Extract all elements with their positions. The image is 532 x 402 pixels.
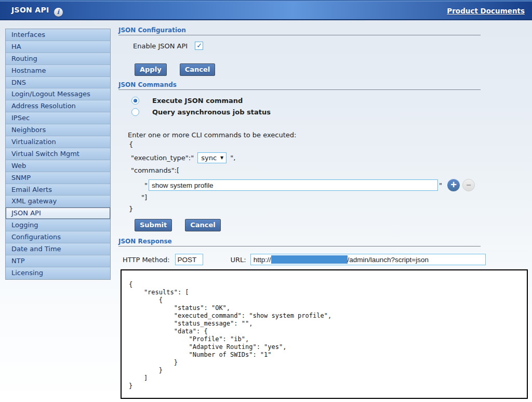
url-prefix: http:// <box>254 256 271 264</box>
http-method-input[interactable] <box>175 254 203 265</box>
sidebar-item-xml-gateway[interactable]: XML gateway <box>6 196 110 208</box>
commands-key: "commands":[ <box>131 166 179 174</box>
add-command-button[interactable] <box>447 179 460 191</box>
execute-command-radio-row: Execute JSON command <box>131 97 243 105</box>
execution-type-key: "execution_type":" <box>131 154 194 162</box>
chevron-down-icon: ▼ <box>220 156 223 160</box>
product-documents-link[interactable]: Product Documents <box>447 7 525 15</box>
json-brace-open: { <box>129 140 133 148</box>
execute-json-command-radio[interactable] <box>131 97 139 105</box>
execute-json-command-label[interactable]: Execute JSON command <box>152 97 243 105</box>
section-divider <box>118 35 481 35</box>
http-method-url-row: HTTP Method: URL: http:///admin/launch?s… <box>123 254 486 265</box>
sidebar-item-licensing[interactable]: Licensing <box>6 267 110 279</box>
execution-type-select[interactable]: sync ▼ <box>197 152 227 163</box>
query-job-status-label[interactable]: Query asynchronous job status <box>152 108 271 116</box>
url-input[interactable]: http:///admin/launch?script=json <box>250 254 486 265</box>
sidebar-item-hostname[interactable]: Hostname <box>6 65 110 77</box>
section-divider <box>118 89 481 90</box>
json-response-text: { "results": [ { "status": "OK", "execut… <box>129 281 521 390</box>
close-quote: " <box>439 181 442 189</box>
execution-type-close: ", <box>230 154 235 162</box>
sidebar-item-ha[interactable]: HA <box>6 41 110 53</box>
http-method-label: HTTP Method: <box>123 256 170 264</box>
sidebar-item-json-api[interactable]: JSON API <box>6 208 110 219</box>
sidebar-item-dns[interactable]: DNS <box>6 77 110 89</box>
sidebar-item-ntp[interactable]: NTP <box>6 255 110 267</box>
config-buttons-row: Apply Cancel <box>135 63 225 76</box>
sidebar-item-neighbors[interactable]: Neighbors <box>6 124 110 136</box>
execution-type-value: sync <box>201 154 217 162</box>
page-title-text: JSON API <box>11 6 49 14</box>
sidebar-item-routing[interactable]: Routing <box>6 53 110 65</box>
json-response-output: { "results": [ { "status": "OK", "execut… <box>121 269 528 399</box>
sidebar-item-logging[interactable]: Logging <box>6 219 110 231</box>
query-job-status-radio[interactable] <box>131 108 139 116</box>
submit-button[interactable]: Submit <box>135 219 172 231</box>
cancel-button-commands[interactable]: Cancel <box>185 219 221 231</box>
apply-button[interactable]: Apply <box>135 63 167 76</box>
enable-json-api-checkbox[interactable] <box>195 42 203 50</box>
enable-json-api-row: Enable JSON API <box>133 42 203 50</box>
sidebar-item-address-resolution[interactable]: Address Resolution <box>6 100 110 112</box>
url-label: URL: <box>231 256 246 264</box>
info-icon[interactable]: i <box>54 8 63 17</box>
commands-buttons-row: Submit Cancel <box>135 219 231 231</box>
sidebar-item-date-and-time[interactable]: Date and Time <box>6 243 110 255</box>
url-suffix: /admin/launch?script=json <box>348 256 429 264</box>
cli-command-input[interactable] <box>149 179 438 191</box>
sidebar-item-email-alerts[interactable]: Email Alerts <box>6 184 110 196</box>
sidebar-item-web[interactable]: Web <box>6 160 110 172</box>
page-title: JSON APIi <box>11 6 63 17</box>
sidebar-menu: InterfacesHARoutingHostnameDNSLogin/Logo… <box>5 29 111 280</box>
enable-json-api-label: Enable JSON API <box>133 42 188 50</box>
section-title-json-response: JSON Response <box>118 238 172 245</box>
open-quote: " <box>144 181 148 189</box>
query-job-status-radio-row: Query asynchronous job status <box>131 108 271 116</box>
cli-commands-prompt: Enter one or more CLI commands to be exe… <box>128 131 296 139</box>
remove-command-button[interactable] <box>462 179 475 191</box>
sidebar-item-virtual-switch-mgmt[interactable]: Virtual Switch Mgmt <box>6 148 110 160</box>
sidebar-item-interfaces[interactable]: Interfaces <box>6 29 110 41</box>
section-divider <box>118 246 481 247</box>
sidebar-item-ipsec[interactable]: IPSec <box>6 112 110 124</box>
page-header: JSON APIi Product Documents <box>0 0 532 20</box>
command-input-row: " " <box>144 177 475 193</box>
sidebar-item-virtualization[interactable]: Virtualization <box>6 136 110 148</box>
json-array-close: "] <box>141 193 147 201</box>
url-redacted-host <box>271 255 348 264</box>
cancel-button-config[interactable]: Cancel <box>180 63 216 76</box>
sidebar-item-login-logout-messages[interactable]: Login/Logout Messages <box>6 88 110 100</box>
section-title-json-commands: JSON Commands <box>118 81 177 88</box>
section-title-json-configuration: JSON Configuration <box>118 27 186 34</box>
sidebar-item-snmp[interactable]: SNMP <box>6 172 110 184</box>
execution-type-row: "execution_type":" sync ▼ ", <box>131 152 235 163</box>
json-brace-close: } <box>129 205 133 213</box>
sidebar-item-configurations[interactable]: Configurations <box>6 231 110 243</box>
